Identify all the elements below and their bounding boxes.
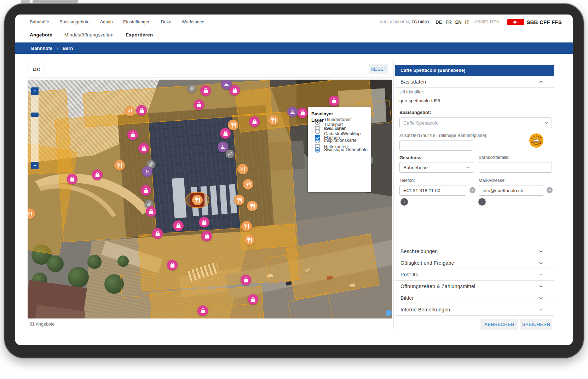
service-marker[interactable] xyxy=(218,142,228,152)
top-nav-admin[interactable]: Admin xyxy=(100,19,113,24)
sub-nav-exportieren[interactable]: Exportieren xyxy=(126,32,153,38)
shop-marker[interactable] xyxy=(173,220,184,231)
basisangebot-select[interactable]: Caffè Spettacolo xyxy=(399,117,552,128)
lang-it[interactable]: IT xyxy=(465,19,469,25)
section-interne-bemerkungen[interactable]: Interne Bemerkungen xyxy=(395,304,554,316)
restaurant-marker[interactable] xyxy=(125,106,135,116)
top-nav-basisangebote[interactable]: Basisangebote xyxy=(59,19,90,24)
app-header: BahnhöfeBasisangeboteAdminEinstellungenD… xyxy=(15,15,573,42)
service-marker[interactable] xyxy=(142,166,152,177)
section-beschreibungen[interactable]: Beschreibungen xyxy=(395,246,554,257)
section-label: Öffnungszeiten & Zahlungsmittel xyxy=(400,283,475,289)
reset-button[interactable]: RESET xyxy=(369,64,388,74)
save-button[interactable]: SPEICHERN xyxy=(520,319,552,330)
restaurant-marker[interactable] xyxy=(237,164,248,174)
tab-list[interactable]: List xyxy=(28,61,45,77)
service-marker[interactable] xyxy=(287,107,298,117)
restaurant-marker[interactable] xyxy=(247,201,258,211)
panel-footer: ABBRECHEN SPEICHERN xyxy=(395,316,554,333)
shop-marker[interactable] xyxy=(197,305,208,316)
shop-marker[interactable] xyxy=(92,170,103,180)
zusatzfeld-input[interactable] xyxy=(399,140,473,151)
shop-marker[interactable] xyxy=(127,130,138,140)
section-gültigkeit-und-freigabe[interactable]: Gültigkeit und Freigabe xyxy=(395,257,554,269)
shop-marker[interactable] xyxy=(146,206,156,217)
zoom-out-button[interactable]: − xyxy=(31,162,39,169)
shop-marker[interactable] xyxy=(167,260,178,270)
shop-marker[interactable] xyxy=(199,217,209,228)
shop-marker[interactable] xyxy=(136,105,147,116)
restaurant-marker[interactable] xyxy=(268,115,279,125)
lang-de[interactable]: DE xyxy=(436,19,442,25)
checkbox-icon[interactable] xyxy=(315,126,320,131)
checkbox-icon[interactable] xyxy=(315,144,320,150)
welcome-text: WILLKOMMEN, FG10831. xyxy=(380,20,431,24)
restaurant-marker[interactable] xyxy=(228,120,238,130)
section-label: Post-Its xyxy=(400,272,418,277)
checkbox-icon[interactable] xyxy=(315,135,320,140)
sub-nav-mindestöffnungszeiten[interactable]: Mindestöffnungszeiten xyxy=(64,32,114,38)
shop-marker[interactable] xyxy=(138,143,149,154)
shop-marker[interactable] xyxy=(248,294,258,305)
section-öffnungszeiten-zahlungsmittel[interactable]: Öffnungszeiten & Zahlungsmittel xyxy=(395,281,554,292)
telefon-clear-icon[interactable]: × xyxy=(469,187,475,193)
top-nav-doku[interactable]: Doku xyxy=(161,19,172,24)
mail-clear-icon[interactable]: × xyxy=(547,187,553,193)
shop-marker[interactable] xyxy=(140,185,151,196)
shop-marker[interactable] xyxy=(249,116,260,127)
logout-link[interactable]: ABMELDEN xyxy=(474,19,500,24)
attachment-marker[interactable] xyxy=(226,150,235,159)
top-nav-einstellungen[interactable]: Einstellungen xyxy=(123,19,151,24)
telefon-input[interactable] xyxy=(399,185,466,196)
breadcrumb-root[interactable]: Bahnhöfe xyxy=(31,46,52,51)
layer-option-cad-daten[interactable]: CAD Daten xyxy=(311,124,348,133)
shop-marker[interactable] xyxy=(329,96,339,106)
lang-en[interactable]: EN xyxy=(455,19,462,25)
shop-marker[interactable] xyxy=(220,128,231,139)
primary-nav: BahnhöfeBasisangeboteAdminEinstellungenD… xyxy=(30,18,204,26)
mail-input[interactable] xyxy=(479,185,544,196)
map[interactable]: + − Baselayer Thunderforest TransportSwi… xyxy=(28,80,392,318)
zoom-slider-handle[interactable] xyxy=(31,113,39,117)
layer-option-flächen[interactable]: Flächen xyxy=(311,133,348,142)
layer-option-label: Haltekanten xyxy=(324,144,348,149)
section-label: Beschreibungen xyxy=(400,248,438,254)
layer-switcher-panel: Baselayer Thunderforest TransportSwissto… xyxy=(308,107,371,192)
shop-marker[interactable] xyxy=(67,174,77,184)
section-bilder[interactable]: Bilder xyxy=(395,292,554,304)
top-nav-workspace[interactable]: Workspace xyxy=(182,19,204,24)
shop-marker[interactable] xyxy=(297,108,308,118)
shop-marker[interactable] xyxy=(201,231,212,241)
section-label: Interne Bemerkungen xyxy=(400,307,450,312)
restaurant-marker[interactable] xyxy=(114,160,125,171)
shop-marker[interactable] xyxy=(241,275,251,285)
shop-marker[interactable] xyxy=(194,99,204,110)
layer-option-haltekanten[interactable]: Haltekanten xyxy=(311,142,348,151)
selected-restaurant-marker[interactable] xyxy=(192,195,203,205)
add-telefon-button[interactable]: + xyxy=(400,198,408,206)
restaurant-marker[interactable] xyxy=(244,235,255,245)
attachment-marker[interactable] xyxy=(188,85,196,93)
section-basisdaten[interactable]: Basisdaten xyxy=(395,76,554,88)
zoom-in-button[interactable]: + xyxy=(31,87,39,95)
top-nav-bahnhöfe[interactable]: Bahnhöfe xyxy=(30,19,49,24)
secondary-nav: AngeboteMindestöffnungszeitenExportieren xyxy=(30,30,153,39)
chevron-down-icon xyxy=(538,260,544,266)
section-label: Gültigkeit und Freigabe xyxy=(400,260,454,266)
basisdaten-form: Url identifier: geo-spettacolo-fd98 Basi… xyxy=(395,88,554,246)
breadcrumb-separator: › xyxy=(57,45,58,51)
geschoss-select[interactable]: Bahnebene xyxy=(399,162,474,173)
add-mail-button[interactable]: + xyxy=(478,198,486,206)
water-poi-marker[interactable] xyxy=(386,310,392,316)
sub-nav-angebote[interactable]: Angebote xyxy=(30,32,52,38)
restaurant-marker[interactable] xyxy=(234,195,244,205)
cancel-button[interactable]: ABBRECHEN xyxy=(480,319,518,330)
shop-marker[interactable] xyxy=(200,85,211,96)
chevron-down-icon xyxy=(538,295,544,301)
restaurant-marker[interactable] xyxy=(241,221,252,231)
standortdetails-input[interactable] xyxy=(479,162,552,173)
shop-marker[interactable] xyxy=(152,228,163,239)
lang-fr[interactable]: FR xyxy=(445,19,451,25)
section-post-its[interactable]: Post-Its xyxy=(395,269,554,281)
restaurant-marker[interactable] xyxy=(243,179,253,190)
